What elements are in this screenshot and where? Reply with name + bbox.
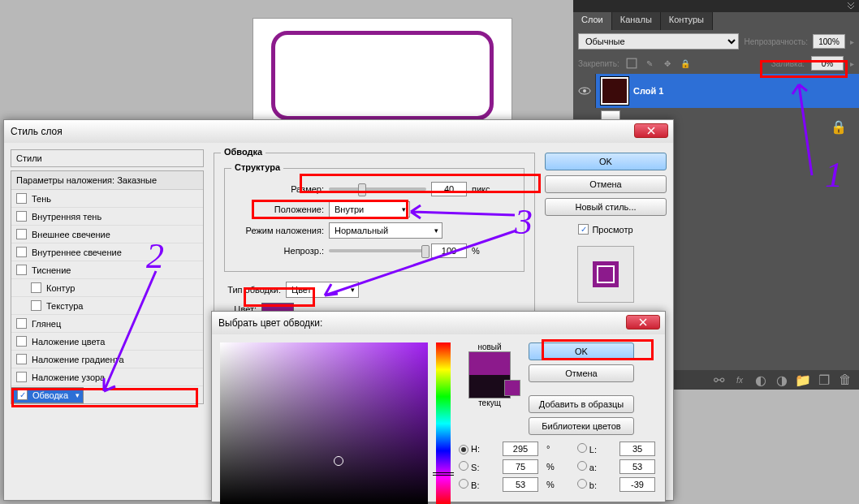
checkbox[interactable] bbox=[16, 265, 27, 275]
lock-transparent-icon[interactable] bbox=[626, 58, 637, 69]
checkbox[interactable] bbox=[31, 300, 41, 311]
cp-close-button[interactable] bbox=[626, 315, 660, 330]
styles-heading[interactable]: Стили bbox=[11, 149, 204, 167]
style-item-stroke[interactable]: Обводка bbox=[11, 387, 84, 403]
style-item-bevel[interactable]: Тиснение bbox=[11, 261, 203, 279]
checkbox[interactable] bbox=[16, 229, 27, 239]
panel-topbar bbox=[573, 0, 859, 12]
position-label: Положение: bbox=[235, 205, 324, 214]
websafe-swatch[interactable] bbox=[504, 380, 520, 396]
styles-list: Параметры наложения: Заказные Тень Внутр… bbox=[11, 170, 204, 404]
opacity-unit: % bbox=[472, 246, 480, 256]
structure-group: Структура Размер: пикс. Положение: Внутр… bbox=[224, 168, 524, 272]
radio-a[interactable] bbox=[577, 461, 587, 471]
radio-h[interactable] bbox=[459, 445, 468, 454]
structure-legend: Структура bbox=[231, 162, 283, 172]
close-button[interactable] bbox=[634, 123, 668, 138]
checkbox[interactable] bbox=[16, 318, 27, 329]
cp-ok-button[interactable]: OK bbox=[529, 342, 634, 360]
style-item-shadow[interactable]: Тень bbox=[11, 190, 203, 208]
style-item-texture[interactable]: Текстура bbox=[11, 297, 203, 315]
add-swatch-button[interactable]: Добавить в образцы bbox=[529, 395, 634, 413]
trash-icon[interactable]: 🗑 bbox=[838, 373, 853, 387]
size-label: Размер: bbox=[235, 184, 324, 194]
layer-name[interactable]: Слой 1 bbox=[633, 86, 663, 96]
preview-checkbox[interactable] bbox=[578, 224, 589, 235]
new-layer-icon[interactable]: ❐ bbox=[817, 373, 831, 387]
cancel-button[interactable]: Отмена bbox=[545, 175, 667, 193]
checkbox[interactable] bbox=[16, 372, 27, 382]
fx-icon[interactable]: fx bbox=[732, 373, 747, 387]
hue-slider[interactable] bbox=[436, 342, 451, 504]
style-item-inner-shadow[interactable]: Внутренняя тень bbox=[11, 208, 203, 226]
checkbox[interactable] bbox=[17, 390, 28, 400]
radio-lab-b[interactable] bbox=[577, 479, 587, 489]
dialog-title: Стиль слоя bbox=[11, 126, 63, 137]
checkbox[interactable] bbox=[16, 211, 27, 222]
style-item-inner-glow[interactable]: Внутреннее свечение bbox=[11, 243, 203, 261]
link-icon[interactable]: ⚯ bbox=[711, 373, 726, 387]
fill-value[interactable] bbox=[811, 56, 844, 71]
layer-visibility-icon[interactable] bbox=[573, 74, 596, 108]
b-input[interactable] bbox=[503, 477, 538, 492]
fill-label: Заливка: bbox=[771, 59, 805, 68]
opacity-slider[interactable] bbox=[329, 249, 426, 252]
checkbox[interactable] bbox=[16, 336, 27, 347]
blend-options-header[interactable]: Параметры наложения: Заказные bbox=[11, 171, 203, 190]
tab-channels[interactable]: Каналы bbox=[612, 12, 661, 30]
color-picker-dialog: Выбрать цвет обводки: новый текущ bbox=[211, 311, 666, 502]
mask-icon[interactable]: ◐ bbox=[753, 373, 768, 387]
size-slider[interactable] bbox=[329, 187, 426, 191]
blendmode-select[interactable]: Нормальный bbox=[329, 222, 442, 239]
radio-s[interactable] bbox=[459, 461, 468, 471]
ok-button[interactable]: OK bbox=[545, 153, 667, 170]
style-item-pattern-overlay[interactable]: Наложение узора bbox=[11, 368, 203, 386]
size-input[interactable] bbox=[431, 182, 467, 196]
position-select[interactable]: Внутри bbox=[329, 201, 410, 218]
filltype-select[interactable]: Цвет bbox=[286, 282, 359, 298]
lock-move-icon[interactable]: ✥ bbox=[662, 58, 673, 69]
a-input[interactable] bbox=[619, 459, 655, 474]
svg-point-2 bbox=[583, 89, 586, 93]
opacity-label: Непрозр.: bbox=[235, 246, 324, 256]
opacity-value[interactable] bbox=[813, 34, 845, 49]
fill-arrow-icon[interactable]: ▸ bbox=[850, 59, 854, 68]
radio-b[interactable] bbox=[459, 479, 468, 489]
style-item-outer-glow[interactable]: Внешнее свечение bbox=[11, 226, 203, 243]
filltype-label: Тип обводки: bbox=[224, 285, 281, 295]
dialog-titlebar[interactable]: Стиль слоя bbox=[4, 120, 673, 143]
style-item-grad-overlay[interactable]: Наложение градиента bbox=[11, 351, 203, 368]
color-field[interactable] bbox=[220, 342, 428, 504]
opacity-arrow-icon[interactable]: ▸ bbox=[850, 37, 854, 46]
blend-mode-select[interactable]: Обычные bbox=[578, 33, 739, 50]
lab-b-input[interactable] bbox=[619, 477, 655, 492]
radio-l[interactable] bbox=[577, 443, 587, 453]
checkbox[interactable] bbox=[31, 282, 41, 293]
opacity-label: Непрозрачность: bbox=[744, 37, 808, 46]
folder-icon[interactable]: 📁 bbox=[796, 373, 810, 387]
checkbox[interactable] bbox=[16, 247, 27, 257]
cp-titlebar[interactable]: Выбрать цвет обводки: bbox=[212, 312, 665, 334]
tab-layers[interactable]: Слои bbox=[573, 12, 612, 30]
opacity-input[interactable] bbox=[431, 243, 467, 258]
tab-paths[interactable]: Контуры bbox=[661, 12, 713, 30]
lock-all-icon[interactable]: 🔒 bbox=[680, 58, 691, 69]
style-item-contour[interactable]: Контур bbox=[11, 279, 203, 297]
color-libs-button[interactable]: Библиотеки цветов bbox=[529, 417, 634, 435]
lock-brush-icon[interactable]: ✎ bbox=[644, 58, 655, 69]
style-item-satin[interactable]: Глянец bbox=[11, 315, 203, 333]
new-color-swatch bbox=[469, 352, 510, 375]
bg-lock-icon: 🔒 bbox=[827, 118, 851, 136]
style-item-color-overlay[interactable]: Наложение цвета bbox=[11, 333, 203, 351]
cp-cancel-button[interactable]: Отмена bbox=[529, 364, 634, 382]
collapse-icon[interactable] bbox=[846, 0, 856, 14]
checkbox[interactable] bbox=[16, 193, 27, 204]
s-input[interactable] bbox=[503, 459, 538, 474]
adjust-icon[interactable]: ◑ bbox=[775, 373, 789, 387]
h-input[interactable] bbox=[503, 442, 538, 456]
document-canvas bbox=[253, 18, 512, 123]
new-style-button[interactable]: Новый стиль... bbox=[545, 198, 667, 216]
checkbox[interactable] bbox=[16, 354, 27, 364]
l-input[interactable] bbox=[619, 442, 655, 456]
layer-row-1[interactable]: Слой 1 bbox=[573, 74, 859, 108]
